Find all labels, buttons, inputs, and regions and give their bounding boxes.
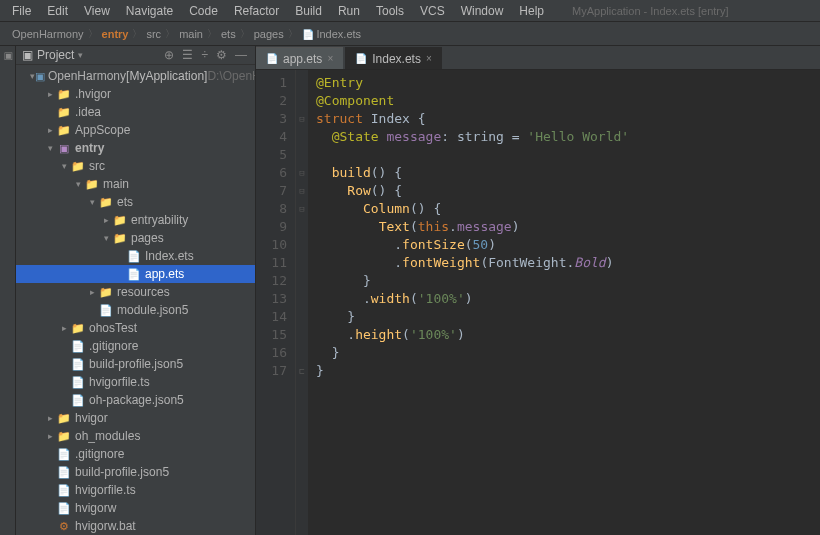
code-line[interactable]: build() {: [316, 164, 812, 182]
tree-row[interactable]: ▾📁main: [16, 175, 255, 193]
menu-file[interactable]: File: [4, 4, 39, 18]
fold-marker[interactable]: ⊟: [296, 182, 308, 200]
fold-gutter[interactable]: ⊟⊟⊟⊟⊏: [296, 70, 308, 535]
code-line[interactable]: }: [316, 344, 812, 362]
code-area[interactable]: @Entry@Componentstruct Index { @State me…: [308, 70, 820, 535]
collapse-icon[interactable]: ÷: [199, 46, 210, 64]
tree-row[interactable]: 📄app.ets: [16, 265, 255, 283]
tree-chevron-icon[interactable]: ▾: [86, 197, 98, 207]
tree-row[interactable]: 📄hvigorfile.ts: [16, 481, 255, 499]
tree-chevron-icon[interactable]: ▸: [44, 125, 56, 135]
expand-icon[interactable]: ☰: [180, 46, 195, 64]
code-line[interactable]: @State message: string = 'Hello World': [316, 128, 812, 146]
tree-row[interactable]: 📁.idea: [16, 103, 255, 121]
code-line[interactable]: }: [316, 272, 812, 290]
tree-row[interactable]: ▾▣entry: [16, 139, 255, 157]
tree-row[interactable]: 📄module.json5: [16, 301, 255, 319]
tree-row[interactable]: 📄.gitignore: [16, 337, 255, 355]
breadcrumb-item[interactable]: entry: [98, 28, 133, 40]
minimize-icon[interactable]: —: [233, 46, 249, 64]
tree-row[interactable]: 📄hvigorfile.ts: [16, 373, 255, 391]
tree-row[interactable]: 📄Index.ets: [16, 247, 255, 265]
code-line[interactable]: .fontSize(50): [316, 236, 812, 254]
tree-label: hvigorw: [75, 501, 116, 515]
tree-row[interactable]: ▾📁pages: [16, 229, 255, 247]
breadcrumb-item[interactable]: main: [175, 28, 207, 40]
close-icon[interactable]: ×: [426, 53, 432, 64]
tree-row[interactable]: ▾📁ets: [16, 193, 255, 211]
menu-vcs[interactable]: VCS: [412, 4, 453, 18]
editor-tab[interactable]: 📄Index.ets×: [345, 47, 442, 69]
fold-marker[interactable]: ⊟: [296, 164, 308, 182]
menu-window[interactable]: Window: [453, 4, 512, 18]
breadcrumb-item[interactable]: 📄 Index.ets: [298, 28, 365, 40]
project-tree[interactable]: ▾▣OpenHarmony [MyApplication] D:\OpenHar…: [16, 65, 255, 535]
breadcrumb-item[interactable]: pages: [250, 28, 288, 40]
menu-edit[interactable]: Edit: [39, 4, 76, 18]
fold-marker[interactable]: ⊟: [296, 200, 308, 218]
tree-row[interactable]: ▸📁ohosTest: [16, 319, 255, 337]
breadcrumb-item[interactable]: ets: [217, 28, 240, 40]
code-line[interactable]: struct Index {: [316, 110, 812, 128]
tree-row[interactable]: ▾▣OpenHarmony [MyApplication] D:\OpenHar…: [16, 67, 255, 85]
editor-body[interactable]: 1234567891011121314151617 ⊟⊟⊟⊟⊏ @Entry@C…: [256, 70, 820, 535]
tree-row[interactable]: 📄build-profile.json5: [16, 463, 255, 481]
tree-chevron-icon[interactable]: ▾: [44, 143, 56, 153]
tree-row[interactable]: 📄.gitignore: [16, 445, 255, 463]
tree-chevron-icon[interactable]: ▸: [44, 413, 56, 423]
menu-navigate[interactable]: Navigate: [118, 4, 181, 18]
code-line[interactable]: .width('100%'): [316, 290, 812, 308]
tree-row[interactable]: ▸📁oh_modules: [16, 427, 255, 445]
tree-row[interactable]: ▾📁src: [16, 157, 255, 175]
tree-chevron-icon[interactable]: ▸: [86, 287, 98, 297]
tree-chevron-icon[interactable]: ▸: [44, 431, 56, 441]
sidebar-title[interactable]: ▣ Project ▾: [22, 48, 162, 62]
tree-label: entry: [75, 141, 104, 155]
code-line[interactable]: .height('100%'): [316, 326, 812, 344]
line-gutter: 1234567891011121314151617: [256, 70, 296, 535]
tree-row[interactable]: ▸📁.hvigor: [16, 85, 255, 103]
project-tool-icon[interactable]: ▣: [2, 50, 14, 62]
tree-chevron-icon[interactable]: ▸: [100, 215, 112, 225]
tree-chevron-icon[interactable]: ▸: [44, 89, 56, 99]
close-icon[interactable]: ×: [327, 53, 333, 64]
menu-refactor[interactable]: Refactor: [226, 4, 287, 18]
tree-row[interactable]: 📄build-profile.json5: [16, 355, 255, 373]
locate-icon[interactable]: ⊕: [162, 46, 176, 64]
code-line[interactable]: @Component: [316, 92, 812, 110]
editor-tab[interactable]: 📄app.ets×: [256, 47, 343, 69]
gear-icon[interactable]: ⚙: [214, 46, 229, 64]
dropdown-chevron-icon[interactable]: ▾: [78, 50, 83, 60]
tree-chevron-icon[interactable]: ▾: [100, 233, 112, 243]
tree-row[interactable]: 📄oh-package.json5: [16, 391, 255, 409]
tree-label: .gitignore: [89, 339, 138, 353]
menubar: FileEditViewNavigateCodeRefactorBuildRun…: [0, 0, 820, 22]
tree-chevron-icon[interactable]: ▾: [72, 179, 84, 189]
code-line[interactable]: Text(this.message): [316, 218, 812, 236]
tree-row[interactable]: ▸📁resources: [16, 283, 255, 301]
code-line[interactable]: .fontWeight(FontWeight.Bold): [316, 254, 812, 272]
breadcrumb-item[interactable]: OpenHarmony: [8, 28, 88, 40]
tree-row[interactable]: ▸📁entryability: [16, 211, 255, 229]
tree-row[interactable]: ⚙hvigorw.bat: [16, 517, 255, 535]
menu-view[interactable]: View: [76, 4, 118, 18]
menu-code[interactable]: Code: [181, 4, 226, 18]
code-line[interactable]: [316, 146, 812, 164]
breadcrumb-item[interactable]: src: [142, 28, 165, 40]
tree-row[interactable]: ▸📁hvigor: [16, 409, 255, 427]
menu-tools[interactable]: Tools: [368, 4, 412, 18]
fold-marker[interactable]: ⊟: [296, 110, 308, 128]
tree-row[interactable]: 📄hvigorw: [16, 499, 255, 517]
code-line[interactable]: @Entry: [316, 74, 812, 92]
tree-chevron-icon[interactable]: ▸: [58, 323, 70, 333]
code-line[interactable]: Row() {: [316, 182, 812, 200]
code-line[interactable]: Column() {: [316, 200, 812, 218]
menu-run[interactable]: Run: [330, 4, 368, 18]
menu-help[interactable]: Help: [511, 4, 552, 18]
code-line[interactable]: }: [316, 362, 812, 380]
menu-build[interactable]: Build: [287, 4, 330, 18]
tree-chevron-icon[interactable]: ▾: [58, 161, 70, 171]
code-line[interactable]: }: [316, 308, 812, 326]
tree-row[interactable]: ▸📁AppScope: [16, 121, 255, 139]
fold-marker[interactable]: ⊏: [296, 362, 308, 380]
